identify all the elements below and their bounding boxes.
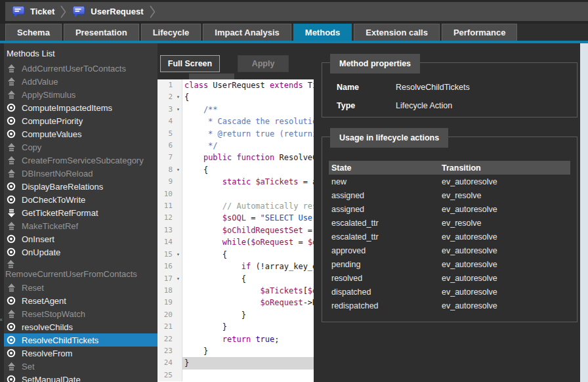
method-item-label: ComputeValues xyxy=(22,129,82,139)
fold-gutter xyxy=(175,345,182,357)
method-list-item[interactable]: Set xyxy=(4,360,158,373)
method-item-label: Copy xyxy=(22,142,41,152)
circle-dot-icon xyxy=(7,349,16,358)
methods-list-panel: Methods List AddCurrentUserToContactsAdd… xyxy=(4,43,158,382)
code-text: */ xyxy=(182,140,314,152)
code-editor[interactable]: 1class UserRequest extends Ti2▾{3▾ /**4 … xyxy=(158,79,314,382)
state-cell: escalated_ttr xyxy=(329,232,442,242)
method-item-label: ComputeImpactedItems xyxy=(22,103,112,113)
code-text: { xyxy=(182,249,314,261)
method-list-item[interactable]: ComputePriority xyxy=(4,114,158,127)
code-text: } xyxy=(182,345,314,357)
tab-bar: SchemaPresentationLifecycleImpact Analys… xyxy=(5,24,588,41)
code-text: } xyxy=(182,309,314,321)
table-row: assignedev_resolve xyxy=(329,188,570,202)
fold-arrow-icon[interactable]: ▾ xyxy=(175,249,182,261)
transition-cell: ev_autoresolve xyxy=(442,177,570,186)
tab-performance[interactable]: Performance xyxy=(442,24,517,41)
method-item-label: Reset xyxy=(22,283,44,293)
fold-gutter xyxy=(175,176,182,188)
fold-arrow-icon[interactable]: ▾ xyxy=(175,273,182,285)
method-list-item[interactable]: MakeTicketRef xyxy=(4,219,158,232)
method-list-item[interactable]: OnInsert xyxy=(4,232,158,245)
transition-cell: ev_autoresolve xyxy=(442,287,570,297)
method-item-label: resolveChilds xyxy=(22,322,73,332)
method-list-item[interactable]: SetManualDate xyxy=(4,373,158,382)
tab-methods[interactable]: Methods xyxy=(293,24,352,41)
fold-arrow-icon[interactable]: ▾ xyxy=(175,164,182,176)
method-list-item[interactable]: CreateFromServiceSubcategory xyxy=(4,154,158,167)
property-row: Name ResolveChildTickets xyxy=(337,83,570,93)
apply-button[interactable]: Apply xyxy=(238,55,289,72)
method-item-label: SetManualDate xyxy=(22,375,81,382)
method-list-item[interactable]: ResolveFrom xyxy=(4,347,158,360)
fold-gutter xyxy=(175,152,182,163)
method-list-item[interactable]: RemoveCurrentUserFromContacts xyxy=(4,259,158,281)
arrow-up-stack-icon xyxy=(7,260,15,268)
fold-gutter xyxy=(175,370,182,381)
method-list-item[interactable]: ResetStopWatch xyxy=(4,307,158,320)
method-list-item[interactable]: DisplayBareRelations xyxy=(4,180,158,193)
tab-schema[interactable]: Schema xyxy=(5,24,62,41)
full-screen-button[interactable]: Full Screen xyxy=(160,55,220,72)
method-list-item[interactable]: ComputeImpactedItems xyxy=(4,101,158,114)
code-line: 18 $aTickets[$o xyxy=(158,285,314,297)
arrow-up-stack-icon xyxy=(7,221,16,230)
splitter-collapse-icon[interactable]: « xyxy=(0,316,3,323)
code-line: 8▾ { xyxy=(158,164,314,176)
property-name-label: Name xyxy=(337,83,396,93)
method-list-item[interactable]: DoCheckToWrite xyxy=(4,193,158,206)
property-name-value: ResolveChildTickets xyxy=(396,83,470,93)
method-list-item[interactable]: OnUpdate xyxy=(4,245,158,259)
transition-cell: ev_autoresolve xyxy=(442,246,570,255)
method-list-item[interactable]: ComputeValues xyxy=(4,127,158,140)
method-list-item[interactable]: Reset xyxy=(4,281,158,294)
line-number: 6 xyxy=(158,140,175,152)
method-list-item[interactable]: ResetAgent xyxy=(4,294,158,307)
fold-gutter xyxy=(175,357,182,369)
state-cell: dispatched xyxy=(329,287,442,297)
code-text: { xyxy=(182,164,314,176)
table-row: escalated_ttrev_autoresolve xyxy=(329,230,570,244)
method-list-item[interactable]: ResolveChildTickets xyxy=(4,333,158,347)
fold-gutter xyxy=(175,333,182,345)
code-text: $aTickets[$o xyxy=(182,285,314,297)
state-cell: redispatched xyxy=(329,301,442,310)
breadcrumb-item[interactable]: Ticket xyxy=(12,6,54,17)
line-number: 16 xyxy=(158,261,175,272)
method-item-label: CreateFromServiceSubcategory xyxy=(22,156,144,165)
method-list-item[interactable]: DBInsertNoReload xyxy=(4,167,158,180)
line-number: 19 xyxy=(158,297,175,308)
breadcrumb-item[interactable]: UserRequest xyxy=(72,6,143,17)
code-line: 1class UserRequest extends Ti xyxy=(158,79,314,91)
line-number: 13 xyxy=(158,224,175,236)
method-list-item[interactable]: ApplyStimulus xyxy=(4,88,158,101)
method-item-label: OnInsert xyxy=(22,234,54,244)
line-number: 24 xyxy=(158,357,175,369)
state-cell: approved xyxy=(329,246,442,255)
fold-arrow-icon[interactable]: ▾ xyxy=(175,104,182,116)
method-list-item[interactable]: resolveChilds xyxy=(4,320,158,333)
code-line: 16 if (!array_key_e xyxy=(158,261,314,272)
chevron-right-icon xyxy=(60,4,67,20)
tab-presentation[interactable]: Presentation xyxy=(64,24,139,41)
tab-extension-calls[interactable]: Extension calls xyxy=(354,24,440,41)
method-list-item[interactable]: GetTicketRefFormat xyxy=(4,206,158,219)
right-scroll-track[interactable] xyxy=(580,43,588,382)
code-line: 13 $oChildRequestSet = xyxy=(158,224,314,236)
code-line: 6 */ xyxy=(158,140,314,152)
method-list-item[interactable]: Copy xyxy=(4,140,158,154)
line-number: 4 xyxy=(158,116,175,127)
method-list-item[interactable]: AddValue xyxy=(4,75,158,88)
line-number: 18 xyxy=(158,285,175,297)
arrow-down-stack-icon xyxy=(7,208,16,217)
circle-dot-icon xyxy=(7,103,16,112)
tab-lifecycle[interactable]: Lifecycle xyxy=(141,24,201,41)
fold-arrow-icon[interactable]: ▾ xyxy=(175,91,182,103)
method-item-label: OnUpdate xyxy=(22,247,60,257)
tab-impact-analysis[interactable]: Impact Analysis xyxy=(203,24,291,41)
code-text: // Automatically res xyxy=(182,200,314,212)
circle-dot-icon xyxy=(7,195,16,204)
method-list-item[interactable]: AddCurrentUserToContacts xyxy=(4,62,158,75)
method-item-label: Set xyxy=(22,362,35,371)
